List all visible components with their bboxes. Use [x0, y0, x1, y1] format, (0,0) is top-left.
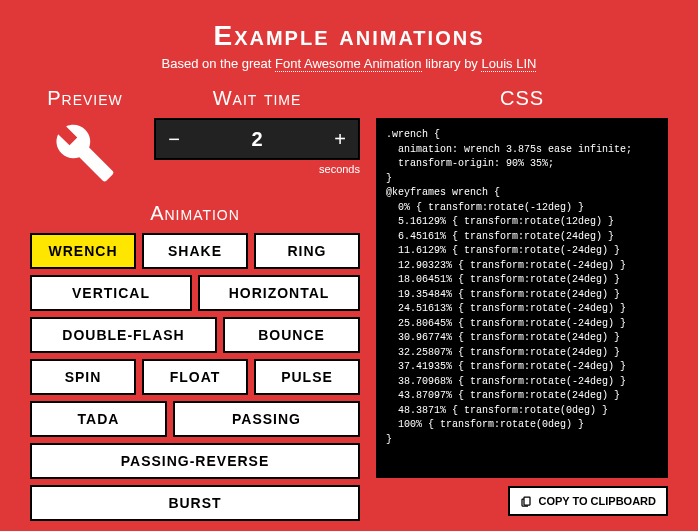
animation-spin[interactable]: SPIN [30, 359, 136, 395]
animation-ring[interactable]: RING [254, 233, 360, 269]
wait-unit: seconds [154, 163, 360, 175]
animation-burst[interactable]: BURST [30, 485, 360, 521]
clipboard-icon [520, 494, 532, 508]
page-title: Example animations [30, 20, 668, 52]
animation-label: Animation [30, 202, 360, 225]
copy-button[interactable]: COPY TO CLIPBOARD [508, 486, 668, 516]
preview-label: Preview [30, 87, 140, 110]
animation-tada[interactable]: TADA [30, 401, 167, 437]
css-label: CSS [376, 87, 668, 110]
preview-area [30, 118, 140, 184]
author-link[interactable]: Louis LIN [481, 56, 536, 72]
animation-passing-reverse[interactable]: PASSING-REVERSE [30, 443, 360, 479]
copy-label: COPY TO CLIPBOARD [538, 495, 656, 507]
subtitle: Based on the great Font Awesome Animatio… [30, 56, 668, 71]
animation-bounce[interactable]: BOUNCE [223, 317, 360, 353]
wait-increment[interactable]: + [322, 120, 358, 158]
wait-stepper: − 2 + [154, 118, 360, 160]
wait-decrement[interactable]: − [156, 120, 192, 158]
animation-shake[interactable]: SHAKE [142, 233, 248, 269]
animation-float[interactable]: FLOAT [142, 359, 248, 395]
wait-label: Wait time [154, 87, 360, 110]
animation-wrench[interactable]: WRENCH [30, 233, 136, 269]
animation-passing[interactable]: PASSING [173, 401, 360, 437]
animation-pulse[interactable]: PULSE [254, 359, 360, 395]
svg-rect-0 [524, 497, 530, 505]
wrench-icon [54, 122, 116, 184]
animation-horizontal[interactable]: HORIZONTAL [198, 275, 360, 311]
css-output: .wrench { animation: wrench 3.875s ease … [376, 118, 668, 478]
lib-link[interactable]: Font Awesome Animation [275, 56, 421, 72]
animation-double-flash[interactable]: DOUBLE-FLASH [30, 317, 217, 353]
wait-value: 2 [192, 120, 322, 158]
animation-vertical[interactable]: VERTICAL [30, 275, 192, 311]
animation-grid: WRENCHSHAKERINGVERTICALHORIZONTALDOUBLE-… [30, 233, 360, 521]
